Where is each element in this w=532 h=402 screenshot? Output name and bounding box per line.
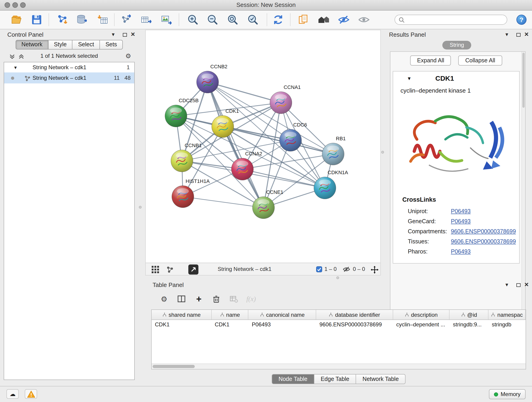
- zoom-in-button[interactable]: [186, 13, 200, 27]
- import-network-database-button[interactable]: [75, 13, 89, 27]
- control-panel-close-button[interactable]: ✕: [131, 31, 135, 38]
- tab-network[interactable]: Network: [16, 40, 49, 50]
- tree-expand-icon[interactable]: ▾: [14, 62, 17, 72]
- table-options-button[interactable]: ⚙: [157, 292, 171, 306]
- network-edge[interactable]: [182, 82, 208, 161]
- crosslink-value-link[interactable]: P06493: [451, 208, 471, 215]
- detach-view-button[interactable]: [188, 264, 198, 274]
- right-splitter-handle[interactable]: [381, 151, 384, 153]
- table-cell[interactable]: CDK1: [211, 320, 249, 330]
- selected-checkbox-icon[interactable]: [316, 266, 322, 272]
- new-network-from-selection-button[interactable]: [297, 13, 310, 27]
- network-graph[interactable]: CCNB2CCNA1CDC25BCDK1CDC6RB1CCNB1CCNA2CDK…: [146, 30, 380, 263]
- table-horizontal-scrollbar[interactable]: [152, 364, 526, 369]
- table-cell[interactable]: 9606.ENSP00000378699: [316, 320, 393, 330]
- zoom-fit-button[interactable]: [226, 13, 240, 27]
- column-header-database-identifier[interactable]: database identifier: [316, 310, 393, 319]
- memory-button[interactable]: Memory: [489, 389, 526, 399]
- network-collection-row[interactable]: ▾ String Network – cdk1 1: [4, 62, 134, 72]
- network-node-cdc25b[interactable]: CDC25B: [165, 98, 199, 127]
- network-node-ccnb1[interactable]: CCNB1: [171, 143, 202, 172]
- expand-all-button[interactable]: Expand All: [410, 56, 451, 65]
- protein-card-collapse-icon[interactable]: ▾: [408, 75, 411, 82]
- network-node-cdkn1a[interactable]: CDKN1A: [314, 170, 348, 199]
- control-panel-float-button[interactable]: ▾: [112, 31, 114, 38]
- scrollbar-thumb[interactable]: [152, 365, 195, 368]
- crosslink-value-link[interactable]: 9606.ENSP00000378699: [451, 228, 516, 235]
- table-cell[interactable]: CDK1: [152, 320, 211, 330]
- birdseye-view-button[interactable]: [150, 264, 160, 274]
- import-table-file-button[interactable]: [96, 13, 109, 27]
- tab-network-table[interactable]: Network Table: [356, 374, 405, 384]
- export-table-button[interactable]: [139, 13, 153, 27]
- crosslink-value-link[interactable]: P06493: [451, 218, 471, 225]
- collapse-all-button[interactable]: Collapse All: [458, 56, 502, 65]
- control-panel-maximize-button[interactable]: [123, 33, 127, 37]
- results-panel-maximize-button[interactable]: [516, 33, 520, 37]
- first-neighbors-button[interactable]: [317, 13, 330, 27]
- table-cell[interactable]: stringdb: [488, 320, 526, 330]
- tab-edge-table[interactable]: Edge Table: [314, 374, 356, 384]
- hidden-eye-slash-icon[interactable]: [343, 266, 350, 272]
- search-icon: [399, 17, 405, 23]
- table-cell[interactable]: cyclin–dependent ...: [393, 320, 450, 330]
- network-node-ccnb2[interactable]: CCNB2: [196, 64, 228, 93]
- cloud-status-button[interactable]: ☁: [6, 389, 19, 399]
- toolbar-separator: [179, 13, 179, 26]
- tab-sets[interactable]: Sets: [100, 40, 123, 50]
- string-tab-badge[interactable]: String: [443, 41, 472, 50]
- node-label: RB1: [336, 136, 346, 141]
- zoom-selected-button[interactable]: [246, 13, 260, 27]
- network-overview-button[interactable]: [165, 264, 175, 274]
- network-edge[interactable]: [183, 197, 264, 208]
- hide-selected-button[interactable]: [337, 13, 351, 27]
- table-panel-close-button[interactable]: ✕: [524, 281, 529, 288]
- search-input[interactable]: [407, 16, 503, 23]
- network-node-hist1h1a[interactable]: HIST1H1A: [172, 178, 210, 208]
- network-node-cdk1[interactable]: CDK1: [212, 108, 239, 138]
- table-row[interactable]: CDK1CDK1P064939606.ENSP00000378699cyclin…: [152, 320, 526, 330]
- crosslink-value-link[interactable]: 9606.ENSP00000378699: [451, 238, 516, 245]
- results-panel-close-button[interactable]: ✕: [524, 31, 529, 38]
- network-options-gear-icon[interactable]: ⚙: [125, 52, 131, 60]
- column-header-namespac[interactable]: namespac: [488, 310, 526, 319]
- tab-node-table[interactable]: Node Table: [272, 374, 314, 384]
- help-button[interactable]: ?: [516, 15, 526, 25]
- network-row-selected[interactable]: String Network – cdk1 11 48: [4, 72, 134, 83]
- node-table: shared namenamecanonical namedatabase id…: [151, 309, 526, 370]
- import-network-file-button[interactable]: [56, 13, 69, 27]
- table-cell[interactable]: stringdb:9...: [450, 320, 489, 330]
- apply-layout-button[interactable]: [271, 13, 285, 27]
- show-all-button[interactable]: [357, 13, 371, 27]
- function-builder-button[interactable]: f(x): [244, 292, 258, 306]
- delete-table-button[interactable]: [227, 292, 241, 306]
- column-header-canonical-name[interactable]: canonical name: [249, 310, 316, 319]
- network-node-rb1[interactable]: RB1: [322, 136, 346, 165]
- tab-select[interactable]: Select: [73, 40, 100, 50]
- export-image-button[interactable]: [159, 13, 173, 27]
- column-header-shared-name[interactable]: shared name: [152, 310, 211, 319]
- column-header--id[interactable]: @id: [450, 310, 489, 319]
- save-session-button[interactable]: [30, 13, 44, 27]
- network-edge[interactable]: [242, 169, 325, 188]
- open-session-button[interactable]: [10, 13, 23, 27]
- tab-style[interactable]: Style: [48, 40, 73, 50]
- selection-mode-button[interactable]: [369, 264, 380, 274]
- results-panel-float-button[interactable]: ▾: [505, 31, 508, 38]
- crosslink-value-link[interactable]: P06493: [451, 249, 471, 255]
- table-panel-float-button[interactable]: ▾: [505, 281, 508, 288]
- left-splitter-handle[interactable]: [139, 206, 142, 209]
- table-panel-maximize-button[interactable]: [516, 283, 520, 287]
- show-columns-button[interactable]: [175, 292, 188, 306]
- bottom-splitter-handle[interactable]: [336, 276, 339, 279]
- network-node-ccna1[interactable]: CCNA1: [270, 84, 301, 114]
- column-header-name[interactable]: name: [211, 310, 249, 319]
- zoom-out-button[interactable]: [206, 13, 220, 27]
- export-network-button[interactable]: [120, 13, 133, 27]
- create-column-button[interactable]: +: [192, 292, 206, 306]
- column-header-description[interactable]: description: [393, 310, 450, 319]
- delete-column-button[interactable]: [209, 292, 223, 306]
- table-cell[interactable]: P06493: [249, 320, 316, 330]
- warnings-button[interactable]: [25, 389, 37, 399]
- control-panel-title: Control Panel: [7, 31, 44, 38]
